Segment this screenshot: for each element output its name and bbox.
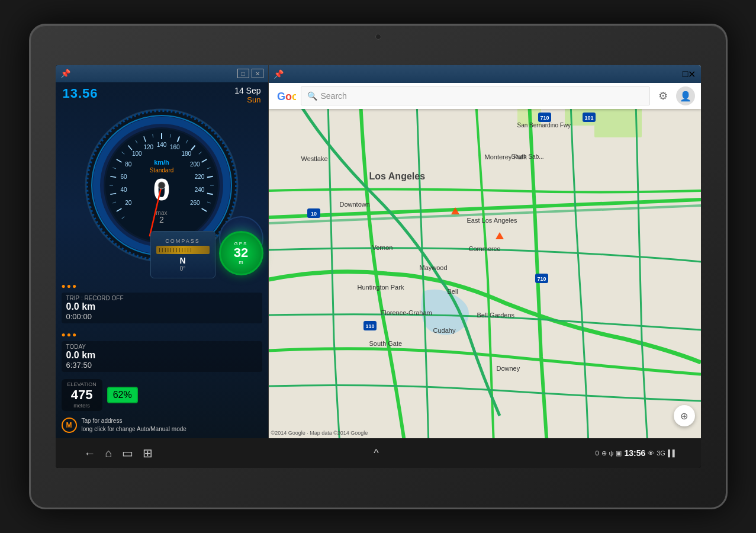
mode-hint[interactable]: M Tap for address long click for change …	[56, 415, 268, 438]
status-bar: 0 ⊕ ψ ▣ 13:56 👁 3G ▌▌	[595, 444, 677, 462]
svg-text:80: 80	[125, 161, 132, 168]
svg-text:260: 260	[190, 200, 200, 206]
svg-text:km/h: km/h	[154, 159, 169, 166]
screen: 📌 □ ✕ 13.56 14 Sep Sun	[56, 65, 701, 468]
svg-text:100: 100	[132, 150, 142, 157]
map-label-bell-gardens: Bell Gardens	[477, 312, 515, 319]
svg-text:20: 20	[125, 200, 132, 206]
elevation-label: ELEVATION	[67, 381, 96, 387]
svg-text:60: 60	[120, 174, 127, 180]
svg-text:140: 140	[157, 142, 167, 148]
mode-circle[interactable]: M	[62, 418, 77, 433]
battery-value: 62%	[113, 390, 132, 400]
elevation-value: 475	[67, 387, 96, 403]
trip-time: 0:00:00	[66, 312, 258, 321]
maps-panel: 📌 □ ✕ Google 🔍	[269, 65, 701, 438]
map-copyright: ©2014 Google · Map data ©2014 Google	[271, 430, 368, 436]
elevation-widget: ELEVATION 475 meters	[62, 379, 102, 411]
trip-row[interactable]: TRIP : RECORD OFF 0.0 km 0:00:00	[62, 293, 262, 323]
svg-text:120: 120	[143, 144, 153, 150]
svg-text:2: 2	[159, 215, 164, 224]
svg-rect-56	[594, 109, 642, 137]
camera-lens	[375, 34, 381, 40]
recents-button[interactable]: ▭	[117, 441, 138, 465]
compass-widget: COMPASS |||||||||||| N 0°	[150, 231, 215, 278]
battery-widget: 62%	[107, 387, 138, 403]
speedo-close-button[interactable]: ✕	[252, 69, 263, 78]
mode-text: Tap for address long click for change Au…	[82, 417, 186, 434]
map-label-westlake: Westlake	[301, 155, 328, 162]
location-button[interactable]: ⊕	[674, 405, 695, 426]
maps-close-button[interactable]: ✕	[688, 69, 696, 80]
speedo-restore-button[interactable]: □	[237, 69, 249, 78]
compass-degrees: 0°	[180, 265, 186, 272]
map-view[interactable]: 101 710 10 110 710 Los Angeles Westlake …	[269, 109, 701, 438]
search-icon: 🔍	[307, 91, 317, 101]
today-label: TODAY	[66, 343, 258, 350]
map-label-maywood: Maywood	[420, 264, 448, 271]
gps-unit: m	[239, 259, 243, 265]
search-box[interactable]: 🔍 Search	[301, 86, 650, 105]
svg-text:0: 0	[153, 172, 170, 207]
speedo-pin-icon[interactable]: 📌	[60, 69, 70, 78]
speedo-titlebar: 📌 □ ✕	[56, 65, 268, 82]
status-signal-icon: ▌▌	[668, 449, 677, 457]
map-label-florence: Florence-Graham	[381, 309, 432, 316]
compass-label: COMPASS	[165, 238, 200, 244]
nav-bar: ← ⌂ ▭ ⊞ ^ 0 ⊕ ψ ▣ 13:56 👁 3G ▌▌	[56, 438, 701, 468]
status-gps-icon: ⊕	[601, 449, 607, 457]
today-row[interactable]: TODAY 0.0 km 6:37:50	[62, 341, 262, 372]
svg-text:180: 180	[181, 150, 191, 157]
today-distance: 0.0 km	[66, 350, 258, 361]
svg-text:710: 710	[537, 276, 546, 282]
map-label-la: Los Angeles	[369, 171, 426, 182]
center-nav-button[interactable]: ^	[369, 442, 383, 464]
maps-titlebar: 📌 □ ✕	[269, 65, 701, 83]
svg-text:Google: Google	[277, 91, 296, 102]
bottom-info: ELEVATION 475 meters 62%	[56, 375, 268, 415]
status-eye-icon: 👁	[648, 449, 654, 457]
speedo-header: 13.56 14 Sep Sun	[56, 82, 268, 104]
map-label-commerce: Commerce	[469, 245, 501, 252]
trip-dots: ●●●	[62, 282, 262, 290]
search-user-button[interactable]: 👤	[676, 86, 695, 105]
app-area: 📌 □ ✕ 13.56 14 Sep Sun	[56, 65, 701, 438]
today-section: ●●● TODAY 0.0 km 6:37:50	[56, 327, 268, 375]
status-usb-icon: ψ	[609, 449, 614, 457]
svg-text:240: 240	[195, 187, 205, 193]
svg-text:200: 200	[190, 161, 200, 168]
today-time: 6:37:50	[66, 361, 258, 370]
speedo-date: 14 Sep Sun	[234, 86, 260, 104]
trip-section: ●●● TRIP : RECORD OFF 0.0 km 0:00:00	[56, 278, 268, 327]
search-placeholder: Search	[321, 91, 347, 101]
svg-text:160: 160	[170, 144, 180, 150]
trip-distance: 0.0 km	[66, 301, 258, 312]
map-label-downey: Downey	[497, 365, 520, 372]
map-label-east-la: East Los Angeles	[467, 217, 517, 224]
map-label-huntington: Huntington Park	[358, 284, 404, 291]
status-zero: 0	[595, 449, 599, 457]
home-button[interactable]: ⌂	[101, 442, 117, 465]
gps-widget: GPS 32 m	[219, 231, 263, 275]
maps-restore-button[interactable]: □	[683, 69, 689, 79]
map-label-sbfwy: San Bernardino Fwy	[517, 122, 571, 129]
tablet-device: 📌 □ ✕ 13.56 14 Sep Sun	[29, 24, 728, 509]
speedometer-panel: 📌 □ ✕ 13.56 14 Sep Sun	[56, 65, 269, 438]
svg-text:220: 220	[195, 174, 205, 180]
compass-direction: N	[179, 256, 185, 265]
speedo-date-day: 14 Sep	[234, 86, 260, 95]
compass-ruler: ||||||||||||	[156, 246, 210, 254]
svg-text:710: 710	[540, 115, 549, 121]
maps-pin-icon[interactable]: 📌	[274, 69, 284, 79]
svg-point-51	[158, 182, 165, 189]
search-filter-button[interactable]: ⚙	[655, 89, 671, 102]
map-search-bar: Google 🔍 Search ⚙ 👤	[269, 83, 701, 109]
svg-text:110: 110	[365, 323, 374, 329]
today-dots: ●●●	[62, 330, 262, 339]
svg-text:101: 101	[584, 115, 593, 121]
back-button[interactable]: ←	[79, 442, 101, 465]
map-label-southgate: South Gate	[369, 340, 403, 347]
apps-button[interactable]: ⊞	[138, 441, 157, 465]
status-gmail-icon: ▣	[616, 449, 622, 457]
svg-text:10: 10	[310, 211, 316, 217]
